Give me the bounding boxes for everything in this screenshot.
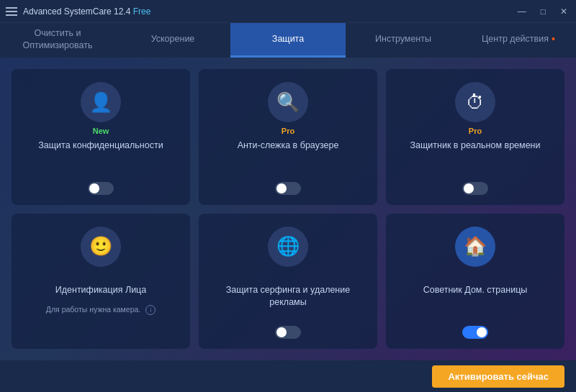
surfing-toggle[interactable] — [275, 326, 301, 339]
title-bar: Advanced SystemCare 12.4 Free — □ ✕ — [0, 0, 576, 23]
browser-toggle[interactable] — [275, 182, 301, 195]
faceid-title: Идентификация Лица — [55, 284, 146, 297]
info-icon[interactable]: i — [145, 305, 156, 315]
realtime-badge: Pro — [469, 127, 482, 135]
surfing-title: Защита серфинга и удаление рекламы — [207, 284, 369, 309]
notification-dot: • — [552, 32, 555, 45]
realtime-toggle[interactable] — [462, 182, 488, 195]
minimize-button[interactable]: — — [515, 6, 529, 17]
browser-icon: 🔍 — [268, 82, 308, 122]
privacy-badge: New — [93, 127, 109, 135]
homepage-title: Советник Дом. страницы — [423, 284, 528, 297]
card-browser[interactable]: 🔍ProАнти-слежка в браузере — [199, 69, 377, 205]
maximize-button[interactable]: □ — [538, 6, 549, 17]
close-button[interactable]: ✕ — [557, 6, 570, 17]
card-surfing[interactable]: 🌐Защита серфинга и удаление рекламы — [199, 214, 377, 350]
nav-tab-action[interactable]: Центр действия• — [461, 23, 576, 58]
card-privacy[interactable]: 👤NewЗащита конфиденциальности — [12, 69, 190, 205]
privacy-icon: 👤 — [81, 82, 121, 122]
bottom-bar: Активировать сейчас — [0, 360, 576, 392]
nav-tabs: Очистить иОптимизироватьУскорениеЗащитаИ… — [0, 23, 576, 58]
card-realtime[interactable]: ⏱ProЗащитник в реальном времени — [386, 69, 564, 205]
realtime-icon: ⏱ — [455, 82, 495, 122]
faceid-subtext: Для работы нужна камера. i — [46, 305, 156, 315]
card-faceid[interactable]: 🙂Идентификация ЛицаДля работы нужна каме… — [12, 214, 190, 350]
realtime-title: Защитник в реальном времени — [410, 140, 541, 152]
privacy-toggle[interactable] — [88, 182, 114, 195]
nav-tab-clean[interactable]: Очистить иОптимизировать — [0, 23, 115, 58]
homepage-toggle-wrap — [462, 326, 488, 339]
app-title: Advanced SystemCare 12.4 Free — [23, 6, 150, 17]
browser-toggle-wrap — [275, 182, 301, 195]
realtime-toggle-wrap — [462, 182, 488, 195]
main-content: 👤NewЗащита конфиденциальности🔍ProАнти-сл… — [0, 58, 576, 360]
browser-badge: Pro — [282, 127, 294, 135]
privacy-toggle-wrap — [88, 182, 114, 195]
activate-button[interactable]: Активировать сейчас — [432, 365, 564, 388]
window-controls: — □ ✕ — [515, 6, 570, 17]
nav-tab-speed[interactable]: Ускорение — [115, 23, 230, 58]
faceid-icon: 🙂 — [81, 227, 121, 267]
surfing-icon: 🌐 — [268, 227, 308, 267]
nav-tab-tools[interactable]: Инструменты — [346, 23, 461, 58]
surfing-toggle-wrap — [275, 326, 301, 339]
homepage-icon: 🏠 — [455, 227, 495, 267]
homepage-toggle[interactable] — [462, 326, 488, 339]
title-bar-left: Advanced SystemCare 12.4 Free — [6, 6, 150, 17]
privacy-title: Защита конфиденциальности — [38, 140, 163, 152]
hamburger-menu[interactable] — [6, 7, 17, 16]
free-badge: Free — [133, 6, 151, 17]
nav-tab-protect[interactable]: Защита — [230, 23, 346, 58]
card-homepage[interactable]: 🏠Советник Дом. страницы — [386, 214, 564, 350]
browser-title: Анти-слежка в браузере — [238, 140, 339, 152]
